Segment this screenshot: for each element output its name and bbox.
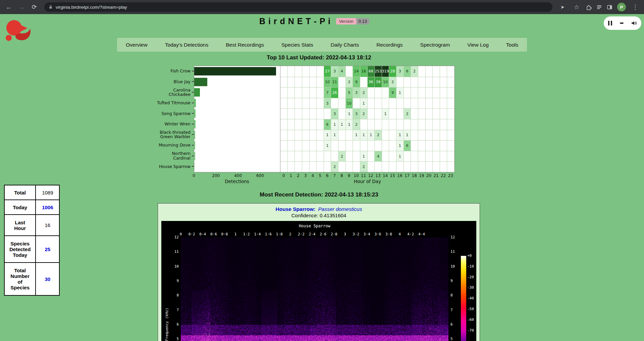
colorbar-tick: -30 (467, 285, 474, 290)
nav-item-spectrogram[interactable]: Spectrogram (412, 42, 459, 48)
heatmap-cell (375, 161, 382, 172)
heatmap-cell (310, 151, 317, 162)
heatmap-cell (302, 66, 310, 77)
species-label: Mourning Dove (156, 140, 194, 151)
spec-y-tick: 10 (450, 264, 461, 269)
heatmap-cell (360, 77, 368, 88)
spec-x-tick: 1 (234, 232, 237, 236)
heatmap-cell: 1 (346, 108, 353, 119)
hour-axis-tick: 15 (390, 173, 395, 178)
nav-item-today-s-detections[interactable]: Today's Detections (156, 42, 217, 48)
hour-axis-tick: 19 (419, 173, 424, 178)
heatmap-cell (389, 98, 396, 109)
heatmap-cell (389, 119, 396, 130)
hour-axis-tick: 2 (297, 173, 300, 178)
heatmap-cell (280, 98, 288, 109)
heatmap-cell: 3 (331, 108, 338, 119)
nav-item-recordings[interactable]: Recordings (368, 42, 411, 48)
species-label: Winter Wren (156, 119, 194, 129)
heatmap-cell (288, 87, 295, 98)
spec-x-tick: 1·4 (254, 232, 261, 236)
heatmap-cell (310, 119, 317, 130)
heatmap-cell (375, 87, 382, 98)
heatmap-cell (302, 161, 310, 172)
heatmap-cell (338, 87, 346, 98)
browser-actions: ➤ ☆ P ⋮ (558, 2, 640, 12)
nav-item-best-recordings[interactable]: Best Recordings (217, 42, 273, 48)
spec-y-tick: 9 (450, 279, 461, 283)
heatmap-cell (331, 151, 338, 162)
spec-y-tick: 5 (450, 337, 461, 341)
address-bar[interactable]: virginia.birdnetpi.com/?stream=play (44, 2, 552, 12)
heatmap-cell (411, 108, 418, 119)
colorbar-tick: +0 (467, 253, 472, 258)
stat-value[interactable]: 25 (36, 236, 59, 263)
confidence-text: Confidence: 0.41351604 (158, 213, 480, 219)
heatmap-cell (382, 151, 389, 162)
stat-value[interactable]: 1006 (36, 200, 59, 215)
heatmap-cell: 6 (324, 119, 331, 130)
heatmap-cell (389, 151, 396, 162)
heatmap-cell (447, 108, 454, 119)
heatmap-cell (353, 161, 360, 172)
stat-value[interactable]: 30 (36, 263, 59, 295)
reading-list-icon[interactable] (596, 4, 602, 10)
heatmap-cell (360, 140, 368, 151)
detections-bar (194, 108, 280, 119)
heatmap-cell (447, 77, 454, 88)
heatmap-cell (404, 151, 411, 162)
nav-item-species-stats[interactable]: Species Stats (273, 42, 322, 48)
volume-icon[interactable] (631, 20, 637, 26)
heatmap-cell: 3 (324, 98, 331, 109)
stats-row: Total Number of Species30 (4, 263, 59, 295)
profile-avatar[interactable]: P (617, 3, 626, 11)
heatmap-cell (426, 98, 433, 109)
menu-icon[interactable]: ⋮ (631, 2, 640, 12)
colorbar-tick: -40 (467, 296, 474, 300)
colorbar-tick: -60 (467, 318, 474, 322)
heatmap-cell: 1 (396, 87, 404, 98)
back-icon[interactable]: ← (4, 2, 13, 12)
heatmap-cell: 253 (375, 66, 382, 77)
nav-item-tools[interactable]: Tools (497, 42, 527, 48)
spec-y-tick: 11 (161, 249, 179, 254)
side-panel-icon[interactable] (607, 4, 612, 10)
heatmap-cell: 1 (360, 130, 368, 140)
forward-icon[interactable]: → (17, 2, 26, 12)
spec-x-tick: 3·4 (364, 232, 370, 236)
browser-toolbar: ← → ⟳ virginia.birdnetpi.com/?stream=pla… (0, 0, 644, 14)
heatmap-cell (433, 87, 440, 98)
heatmap-cell (418, 119, 426, 130)
heatmap-cell: 1 (404, 130, 411, 140)
detections-bar (194, 151, 280, 162)
heatmap-cell (426, 66, 433, 77)
nav-item-overview[interactable]: Overview (117, 42, 156, 48)
heatmap-cell (382, 119, 389, 130)
send-icon[interactable]: ➤ (558, 2, 567, 12)
heatmap-cell (368, 119, 375, 130)
lock-icon[interactable] (48, 5, 53, 9)
spec-x-tick: 1·2 (243, 232, 250, 236)
recent-detection-heading: Most Recent Detection: 2022-04-13 18:15:… (0, 191, 638, 198)
stat-label: Total Number of Species (4, 263, 36, 295)
spec-x-tick: 0·6 (210, 232, 217, 236)
heatmap-cell (317, 119, 324, 130)
nav-item-daily-charts[interactable]: Daily Charts (322, 42, 368, 48)
extensions-icon[interactable] (586, 4, 592, 10)
bookmark-star-icon[interactable]: ☆ (572, 2, 581, 12)
heatmap-cell: 3 (353, 87, 360, 98)
species-scientific-link[interactable]: Passer domesticus (318, 206, 362, 212)
hour-axis-tick: 18 (412, 173, 417, 178)
reload-icon[interactable]: ⟳ (30, 2, 39, 12)
nav-item-view-log[interactable]: View Log (459, 42, 497, 48)
heatmap-cell: 2 (331, 161, 338, 172)
heatmap-cell: 2 (338, 151, 346, 162)
heatmap-cell (317, 87, 324, 98)
heatmap-cell (440, 87, 447, 98)
detection-species-line: House Sparrow:Passer domesticus (158, 206, 480, 213)
heatmap-cell (404, 77, 411, 88)
species-common-link[interactable]: House Sparrow: (276, 206, 316, 212)
bar-axis-tick: 0 (193, 173, 195, 178)
heatmap-cell (368, 98, 375, 109)
heatmap-cell (382, 87, 389, 98)
